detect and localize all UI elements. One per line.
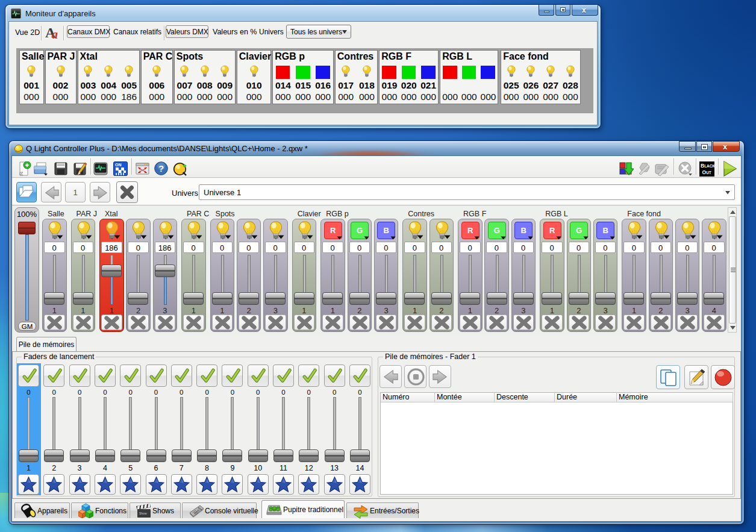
svg-text:BLACK: BLACK	[701, 163, 714, 169]
svg-text:Show: Show	[139, 512, 147, 515]
svg-text:ON: ON	[115, 163, 122, 167]
svg-text:a: a	[52, 28, 58, 40]
svg-text:?: ?	[158, 163, 164, 174]
svg-text:OUT: OUT	[702, 169, 711, 175]
